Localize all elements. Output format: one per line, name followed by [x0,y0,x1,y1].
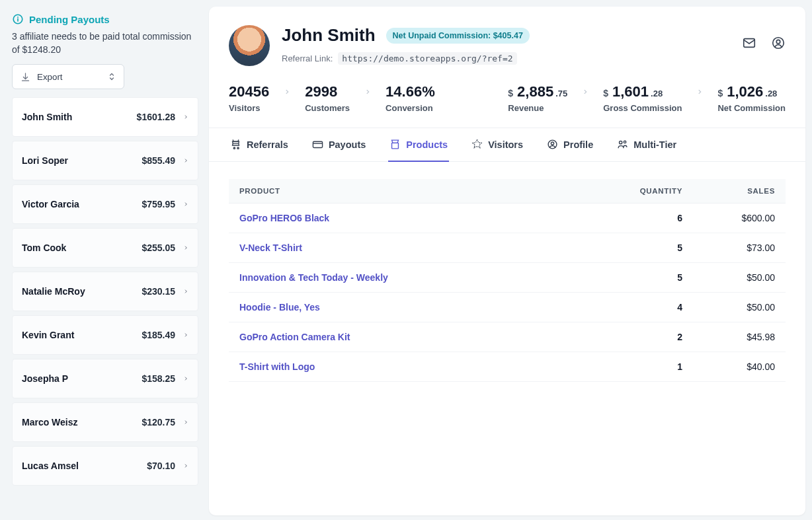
tab-products[interactable]: Products [388,128,449,162]
product-qty: 5 [600,263,693,293]
cents: .28 [765,89,777,98]
affiliate-name: Kevin Grant [22,330,142,340]
svg-point-7 [237,147,239,149]
table-row: T-Shirt with Logo1$40.00 [229,352,786,382]
product-link[interactable]: T-Shirt with Logo [239,361,315,372]
referral-link-label: Referral Link: [282,54,333,63]
chevron-right-icon [183,418,188,426]
referral-link-url[interactable]: https://demo.storeapps.org/?ref=2 [338,52,516,65]
tab-payouts[interactable]: Payouts [311,128,367,162]
stat-customers-label: Customers [305,103,350,113]
payouts-icon [312,139,323,150]
col-product: PRODUCT [229,179,600,204]
sidebar: Pending Payouts 3 affiliate needs to be … [0,0,205,520]
chevron-right-icon [183,331,188,339]
affiliate-name: John Smith [22,112,137,122]
user-icon[interactable] [771,36,786,50]
visitors-icon [471,139,483,150]
stat-conversion-value: 14.66% [386,83,435,100]
stat-visitors: 20456 Visitors [229,83,269,113]
products-table: PRODUCT QUANTITY SALES GoPro HERO6 Black… [229,179,786,382]
chevron-right-icon [183,113,188,121]
product-sales: $40.00 [693,352,786,382]
affiliate-item[interactable]: Kevin Grant$185.49 [12,315,198,355]
affiliate-item[interactable]: Lucas Amsel$70.10 [12,446,198,486]
profile-name: John Smith [282,25,376,46]
stat-revenue-label: Revenue [508,103,567,113]
stat-customers-value: 2998 [305,83,350,100]
chevron-right-icon [183,244,188,252]
affiliate-item[interactable]: Marco Weisz$120.75 [12,402,198,442]
table-row: Innovation & Tech Today - Weekly5$50.00 [229,263,786,293]
table-row: V-Neck T-Shirt5$73.00 [229,233,786,263]
pending-payouts-desc: 3 affiliate needs to be paid total commi… [12,30,198,56]
table-row: Hoodie - Blue, Yes4$50.00 [229,293,786,322]
product-sales: $73.00 [693,233,786,263]
export-button[interactable]: Export [12,64,124,89]
svg-rect-8 [313,141,322,147]
col-sales: SALES [693,179,786,204]
svg-point-12 [551,142,553,145]
profile-icon [547,139,558,150]
currency: $ [717,88,723,98]
currency: $ [603,88,608,98]
product-sales: $600.00 [693,204,786,233]
svg-point-5 [776,40,780,43]
affiliate-item[interactable]: Josepha P$158.25 [12,359,198,398]
amount: 1,026 [727,83,763,100]
pending-payouts-label: Pending Payouts [29,14,110,25]
tab-label: Profile [563,139,593,150]
product-qty: 2 [600,322,693,352]
table-row: GoPro Action Camera Kit2$45.98 [229,322,786,352]
stat-gross-label: Gross Commission [603,103,682,113]
affiliate-item[interactable]: Natalie McRoy$230.15 [12,272,198,311]
product-link[interactable]: GoPro Action Camera Kit [239,332,350,342]
affiliate-item[interactable]: John Smith$1601.28 [12,97,198,137]
affiliate-name: Lori Soper [22,155,142,166]
product-link[interactable]: Hoodie - Blue, Yes [239,302,320,313]
product-qty: 5 [600,233,693,263]
currency: $ [508,88,513,98]
tab-label: Products [406,139,448,150]
affiliate-item[interactable]: Tom Cook$255.05 [12,228,198,268]
mail-icon[interactable] [742,36,756,50]
products-table-wrap: PRODUCT QUANTITY SALES GoPro HERO6 Black… [209,162,805,399]
product-qty: 1 [600,352,693,382]
info-icon [12,13,24,25]
pending-payouts-title: Pending Payouts [12,13,198,25]
product-link[interactable]: V-Neck T-Shirt [239,242,302,253]
tab-referrals[interactable]: Referrals [229,128,290,162]
chevron-right-icon [183,462,188,470]
product-link[interactable]: GoPro HERO6 Black [239,213,329,223]
product-sales: $50.00 [693,263,786,293]
stat-customers: 2998 Customers [305,83,350,113]
tab-label: Referrals [247,139,288,150]
tab-profile[interactable]: Profile [546,128,594,162]
chevron-right-icon [183,287,188,295]
multitier-icon [617,139,628,150]
amount: 2,885 [517,83,553,100]
cents: .28 [651,89,663,98]
stat-visitors-value: 20456 [229,83,269,100]
tab-visitors[interactable]: Visitors [470,128,524,162]
affiliate-name: Marco Weisz [22,417,142,427]
affiliate-item[interactable]: Lori Soper$855.49 [12,141,198,180]
stat-conversion-label: Conversion [386,103,435,113]
amount: 1,601 [612,83,649,100]
affiliate-name: Natalie McRoy [22,286,142,297]
product-qty: 6 [600,204,693,233]
download-icon [20,72,30,82]
product-link[interactable]: Innovation & Tech Today - Weekly [239,272,388,283]
table-row: GoPro HERO6 Black6$600.00 [229,204,786,233]
products-icon [389,139,401,150]
chevron-right-icon [696,87,703,96]
svg-rect-10 [392,143,399,149]
affiliate-item[interactable]: Victor Garcia$759.95 [12,184,198,224]
affiliate-list: John Smith$1601.28Lori Soper$855.49Victo… [12,97,198,486]
tab-multitier[interactable]: Multi-Tier [616,128,678,162]
product-sales: $45.98 [693,322,786,352]
unpaid-commission-badge: Net Unpaid Commission: $405.47 [386,28,530,44]
col-quantity: QUANTITY [600,179,693,204]
stats-row: 20456 Visitors 2998 Customers 14.66% Con… [209,78,805,128]
svg-point-6 [233,147,235,149]
